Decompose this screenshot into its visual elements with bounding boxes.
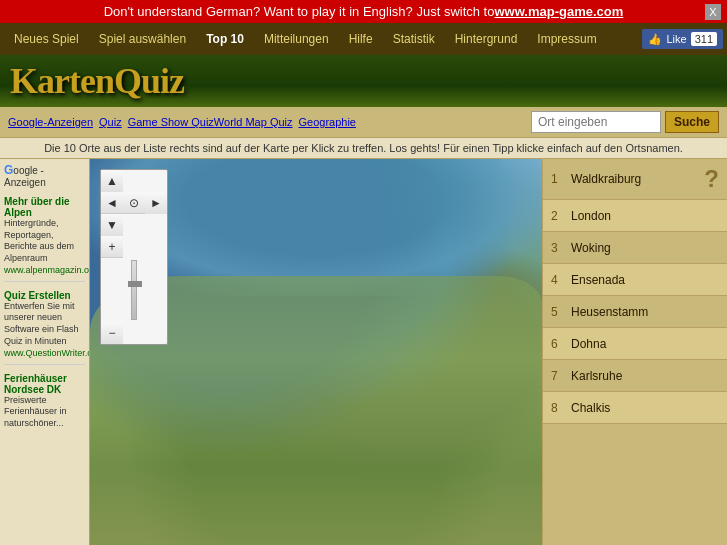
main-content: Google -Anzeigen Mehr über die Alpen Hin…	[0, 159, 727, 545]
quiz-num: 8	[551, 401, 571, 415]
quiz-item[interactable]: 1 Waldkraiburg ?	[543, 159, 727, 200]
ad-2-title[interactable]: Quiz Erstellen	[4, 290, 85, 301]
banner-text: Don't understand German? Want to play it…	[104, 4, 495, 19]
instruction-text: Die 10 Orte aus der Liste rechts sind au…	[44, 142, 683, 154]
search-button[interactable]: Suche	[665, 111, 719, 133]
ad-3-desc: Preiswerte Ferienhäuser in naturschöner.…	[4, 395, 85, 430]
ad-separator-2	[4, 364, 85, 365]
top-banner: Don't understand German? Want to play it…	[0, 0, 727, 23]
ad-3-title[interactable]: Ferienhäuser Nordsee DK	[4, 373, 85, 395]
fb-like-label: Like	[666, 33, 686, 45]
search-input[interactable]	[531, 111, 661, 133]
ad-2-desc: Entwerfen Sie mit unserer neuen Software…	[4, 301, 85, 348]
facebook-like-button[interactable]: 👍 Like 311	[642, 29, 723, 49]
map-controls: ▲ ◄ ⊙ ► ▼ + −	[100, 169, 168, 345]
link-quiz[interactable]: Quiz	[99, 116, 122, 128]
quiz-name: Heusenstamm	[571, 305, 719, 319]
nav-statistik[interactable]: Statistik	[383, 28, 445, 50]
ad-1-title[interactable]: Mehr über die Alpen	[4, 196, 85, 218]
quiz-num: 2	[551, 209, 571, 223]
map-left-button[interactable]: ◄	[101, 192, 123, 214]
zoom-handle	[128, 281, 142, 287]
quiz-item[interactable]: 5 Heusenstamm	[543, 296, 727, 328]
fb-count: 311	[691, 32, 717, 46]
quiz-name: London	[571, 209, 719, 223]
nav-impressum[interactable]: Impressum	[527, 28, 606, 50]
quiz-name: Dohna	[571, 337, 719, 351]
logo-text[interactable]: KartenQuiz	[10, 60, 184, 102]
banner-close-button[interactable]: X	[705, 4, 721, 20]
nav-spiel-auswaehlen[interactable]: Spiel auswählen	[89, 28, 196, 50]
quiz-item[interactable]: 4 Ensenada	[543, 264, 727, 296]
quiz-name: Chalkis	[571, 401, 719, 415]
quiz-num: 6	[551, 337, 571, 351]
zoom-slider[interactable]	[131, 260, 137, 320]
ad-1-url[interactable]: www.alpenmagazin.org	[4, 265, 85, 275]
link-geographie[interactable]: Geographie	[299, 116, 357, 128]
quiz-num: 7	[551, 369, 571, 383]
map-center-button[interactable]: ⊙	[123, 192, 145, 214]
ad-1-desc: Hintergründe, Reportagen, Berichte aus d…	[4, 218, 85, 265]
map-right-button[interactable]: ►	[145, 192, 167, 214]
nav-hilfe[interactable]: Hilfe	[339, 28, 383, 50]
fb-like-icon: 👍	[648, 33, 662, 46]
quiz-num: 3	[551, 241, 571, 255]
google-rest: oogle	[13, 165, 37, 176]
quiz-name: Karlsruhe	[571, 369, 719, 383]
ad-block-2: Quiz Erstellen Entwerfen Sie mit unserer…	[4, 290, 85, 358]
quiz-item[interactable]: 3 Woking	[543, 232, 727, 264]
nav-neues-spiel[interactable]: Neues Spiel	[4, 28, 89, 50]
quiz-item[interactable]: 8 Chalkis	[543, 392, 727, 424]
quiz-name: Woking	[571, 241, 719, 255]
logo-area: KartenQuiz	[0, 55, 727, 107]
quiz-question-icon: ?	[704, 165, 719, 193]
map-down-button[interactable]: ▼	[101, 214, 123, 236]
banner-link[interactable]: www.map-game.com	[494, 4, 623, 19]
link-google-anzeigen[interactable]: Google-Anzeigen	[8, 116, 93, 128]
map-ctrl-bottom-row: ▼	[101, 214, 167, 236]
map-zoom-out-button[interactable]: −	[101, 322, 123, 344]
google-g: G	[4, 163, 13, 177]
map-ctrl-mid-row: ◄ ⊙ ►	[101, 192, 167, 214]
quiz-num: 5	[551, 305, 571, 319]
quiz-list: 1 Waldkraiburg ? 2 London 3 Woking 4 Ens…	[542, 159, 727, 545]
quiz-item[interactable]: 7 Karlsruhe	[543, 360, 727, 392]
map-area[interactable]: ▲ ◄ ⊙ ► ▼ + −	[90, 159, 542, 545]
nav-top10[interactable]: Top 10	[196, 28, 254, 50]
quiz-name: Ensenada	[571, 273, 719, 287]
search-bar: Google-Anzeigen Quiz Game Show QuizWorld…	[0, 107, 727, 137]
quiz-name: Waldkraiburg	[571, 172, 700, 186]
map-up-button[interactable]: ▲	[101, 170, 123, 192]
instruction-bar: Die 10 Orte aus der Liste rechts sind au…	[0, 137, 727, 159]
quiz-item[interactable]: 2 London	[543, 200, 727, 232]
link-game-show[interactable]: Game Show QuizWorld Map Quiz	[128, 116, 293, 128]
ad-block-3: Ferienhäuser Nordsee DK Preiswerte Ferie…	[4, 373, 85, 430]
search-container: Suche	[531, 111, 719, 133]
ad-2-url[interactable]: www.QuestionWriter.c...	[4, 348, 85, 358]
ad-separator-1	[4, 281, 85, 282]
ad-block-1: Mehr über die Alpen Hintergründe, Report…	[4, 196, 85, 275]
map-ctrl-top-row: ▲	[101, 170, 167, 192]
left-sidebar: Google -Anzeigen Mehr über die Alpen Hin…	[0, 159, 90, 545]
map-zoom-in-button[interactable]: +	[101, 236, 123, 258]
nav-hintergrund[interactable]: Hintergrund	[445, 28, 528, 50]
google-anzeigen-label: Google -Anzeigen	[4, 163, 85, 188]
quiz-item[interactable]: 6 Dohna	[543, 328, 727, 360]
nav-mitteilungen[interactable]: Mitteilungen	[254, 28, 339, 50]
nav-bar: Neues Spiel Spiel auswählen Top 10 Mitte…	[0, 23, 727, 55]
quiz-num: 1	[551, 172, 571, 186]
quiz-num: 4	[551, 273, 571, 287]
